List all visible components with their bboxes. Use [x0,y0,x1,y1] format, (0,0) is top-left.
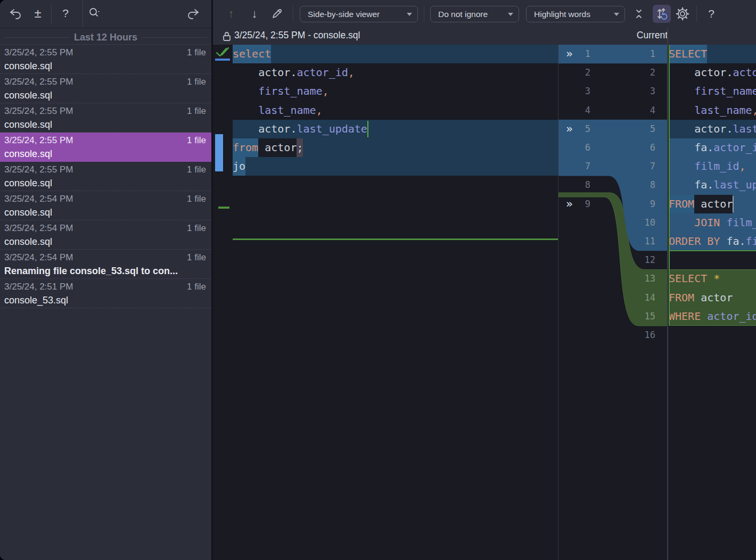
sync-scroll-toggle[interactable] [653,5,671,23]
diff-help-icon[interactable]: ? [703,5,720,22]
code-token: actor [694,120,726,138]
history-sidebar: ± ? Last 12 Hours 3/25/24, 2:55 PM1 file… [0,0,213,560]
line-number: 13 [613,269,655,288]
history-period-label: Last 12 Hours [74,32,137,43]
code-token [720,232,726,251]
toolbar-divider [424,6,424,22]
toolbar-divider [51,4,52,23]
caret [733,196,734,212]
edit-icon[interactable] [268,5,285,22]
inserted-block-frame [669,269,756,326]
caret [367,121,368,137]
left-pane-title: 3/25/24, 2:55 PM - console.sql [234,30,360,41]
code-token: ; [297,138,303,157]
ignore-mode-dropdown[interactable]: Do not ignore [430,6,519,22]
history-item-count: 1 file [187,76,206,88]
code-line: ORDER BY fa.film_id [669,232,756,251]
next-change-icon[interactable]: ↓ [246,5,263,22]
code-token: . [739,232,745,251]
history-item-label: console.sql [4,147,206,161]
code-line: actor.last_update, [669,120,756,138]
line-number: 9 [558,195,590,213]
history-period-header: Last 12 Hours [0,30,211,45]
history-item[interactable]: 3/25/24, 2:55 PM1 fileconsole.sql [0,133,211,162]
previous-change-icon[interactable]: ↑ [223,5,240,22]
code-token: . [290,63,297,82]
code-token: last_name [694,101,752,120]
code-token: actor_id [713,138,756,157]
code-token: actor_id [297,63,348,82]
line-number: 1 [613,45,655,63]
history-item[interactable]: 3/25/24, 2:55 PM1 fileconsole.sql [0,45,211,74]
history-item[interactable]: 3/25/24, 2:55 PM1 fileconsole.sql [0,162,211,191]
code-token [669,120,694,138]
history-item-count: 1 file [187,105,206,118]
code-token: film_id [694,157,739,176]
code-line: jo [233,157,558,176]
code-token: last_update [297,120,367,138]
apply-change-chevron-icon[interactable]: » [566,195,573,213]
apply-change-chevron-icon[interactable]: » [566,45,573,63]
history-item[interactable]: 3/25/24, 2:54 PM1 fileRenaming file cons… [0,250,211,279]
refresh-icon[interactable] [185,5,201,21]
history-item-date: 3/25/24, 2:55 PM [4,134,73,147]
revert-icon[interactable] [7,5,23,21]
line-number: 16 [613,326,655,344]
code-line: last_name, [233,101,558,120]
history-item-date: 3/25/24, 2:55 PM [4,105,73,118]
history-item[interactable]: 3/25/24, 2:55 PM1 fileconsole.sql [0,74,211,103]
gear-icon[interactable] [674,5,691,22]
chevron-down-icon [407,13,412,16]
history-item-date: 3/25/24, 2:55 PM [4,163,73,176]
code-line: actor.last_update [233,120,558,138]
code-line: actor.actor_id, [669,63,756,82]
show-difference-icon[interactable]: ± [30,5,46,21]
code-token: film_actor [726,213,756,232]
line-number: 1 [558,45,590,63]
line-number: 4 [613,101,655,120]
highlight-mode-dropdown[interactable]: Highlight words [526,6,625,22]
line-number: 8 [613,176,655,194]
code-line: first_name, [233,82,558,101]
insertion-marker[interactable] [218,207,229,209]
code-token: . [707,176,713,194]
history-list: 3/25/24, 2:55 PM1 fileconsole.sql3/25/24… [0,45,211,308]
pane-separator[interactable] [667,28,668,560]
history-item-count: 1 file [187,46,206,59]
line-number: 2 [558,63,590,82]
left-editor[interactable]: select actor.actor_id, first_name, last_… [233,45,558,560]
code-line: SELECT [669,45,756,63]
code-line: first_name, [669,82,756,101]
history-item[interactable]: 3/25/24, 2:54 PM1 fileconsole.sql [0,220,211,250]
local-history-window: ± ? Last 12 Hours 3/25/24, 2:55 PM1 file… [0,0,756,560]
history-item[interactable]: 3/25/24, 2:55 PM1 fileconsole.sql [0,103,211,133]
code-token: , [316,101,323,120]
viewer-mode-dropdown[interactable]: Side-by-side viewer [300,6,418,22]
code-token [669,213,694,232]
collapse-unchanged-icon[interactable] [630,5,647,22]
apply-change-chevron-icon[interactable]: » [566,120,573,138]
help-icon[interactable]: ? [57,5,73,21]
line-number: 15 [613,307,655,326]
history-item-label: console.sql [4,205,206,219]
chevron-down-icon [614,13,619,16]
code-token: SELECT [669,45,707,63]
right-pane-title: Current [599,30,705,41]
green-border-bottom [669,250,756,251]
line-number: 4 [558,101,590,120]
changed-lines-bar[interactable] [215,134,223,171]
diff-gutter: 12345678912345678910111213141516»»» [558,45,668,560]
code-token: select [233,45,271,63]
history-item-label: console.sql [4,59,206,73]
code-token: . [290,120,297,138]
history-item-count: 1 file [187,222,206,235]
history-item[interactable]: 3/25/24, 2:51 PM1 fileconsole_53.sql [0,279,211,308]
history-item[interactable]: 3/25/24, 2:54 PM1 fileconsole.sql [0,191,211,220]
code-token: actor [694,195,733,213]
history-item-label: Renaming file console_53.sql to con... [4,264,206,278]
search-icon[interactable] [86,5,102,21]
code-line: JOIN film_actor [669,213,756,232]
history-item-label: console.sql [4,118,206,131]
code-token [669,138,694,157]
code-line: fa.actor_id, [669,138,756,157]
